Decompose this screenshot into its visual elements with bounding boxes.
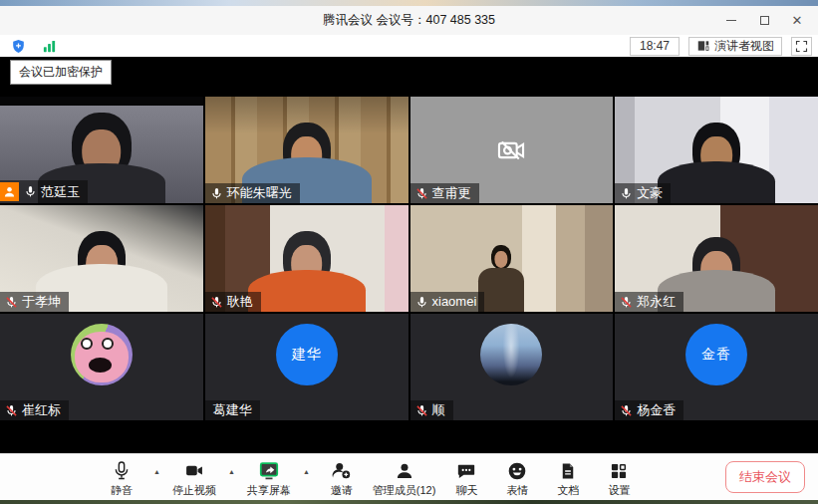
video-tile-cuihongbiao[interactable]: 崔红标 [0, 314, 203, 420]
participant-label: 于孝坤 [0, 292, 69, 312]
participant-name: 耿艳 [227, 294, 253, 310]
camera-off-icon [494, 133, 528, 167]
toolbar-right: 18:47 演讲者视图 [630, 37, 812, 56]
share-screen-icon [258, 460, 280, 481]
apps-grid-icon [609, 460, 629, 481]
participant-name: 查甫更 [432, 185, 471, 201]
mute-label: 静音 [111, 483, 133, 498]
emoji-label: 表情 [506, 483, 528, 498]
participant-label: 范廷玉 [0, 180, 88, 203]
participant-name: 范廷玉 [41, 184, 80, 200]
mic-muted-icon [415, 404, 428, 417]
participant-name: 环能朱曙光 [227, 185, 292, 201]
avatar-initials: 建华 [292, 346, 322, 364]
settings-button[interactable]: 设置 [599, 460, 639, 498]
bottom-toolbar: 静音 ▲ 停止视频 ▲ 共享屏幕 ▲ 邀请 管理成员(12) [0, 453, 818, 500]
manage-members-label: 管理成员(12) [373, 483, 436, 498]
participant-grid: 范廷玉 环能朱曙光 查甫更 [0, 97, 818, 420]
avatar-initials: 金香 [701, 346, 731, 364]
participant-name: xiaomei [432, 294, 477, 310]
invite-person-icon [331, 460, 352, 481]
emoji-button[interactable]: 表情 [497, 460, 537, 498]
participant-name: 崔红标 [22, 402, 61, 418]
meeting-window: 腾讯会议 会议号：407 485 335 ✕ 18:47 演讲者视图 会议已加密… [0, 0, 818, 504]
docs-button[interactable]: 文档 [548, 460, 588, 498]
participant-label: 顺 [410, 400, 453, 420]
mic-muted-icon [415, 187, 428, 200]
participant-name: 郑永红 [637, 294, 676, 310]
stop-video-button[interactable]: 停止视频 [172, 460, 216, 498]
maximize-button[interactable] [751, 10, 777, 32]
mic-on-icon [415, 296, 428, 309]
share-screen-label: 共享屏幕 [247, 483, 291, 498]
mic-muted-icon [620, 296, 633, 309]
microphone-icon [112, 460, 132, 481]
mic-on-icon [24, 185, 37, 198]
encryption-tooltip: 会议已加密保护 [10, 60, 112, 85]
desktop-wallpaper-strip-bottom [0, 500, 818, 504]
participant-label: xiaomei [410, 292, 485, 312]
encryption-shield-icon[interactable] [8, 38, 29, 55]
mic-muted-icon [210, 296, 223, 309]
document-icon [559, 460, 577, 481]
participant-label: 耿艳 [205, 292, 261, 312]
speaker-view-button[interactable]: 演讲者视图 [688, 37, 782, 56]
mute-options-arrow[interactable]: ▲ [152, 460, 161, 475]
cartoon-pig-avatar [71, 324, 133, 385]
manage-members-button[interactable]: 管理成员(12) [373, 460, 436, 498]
share-options-arrow[interactable]: ▲ [302, 460, 311, 475]
mic-on-icon [210, 187, 223, 200]
mute-button[interactable]: 静音 [102, 460, 141, 498]
chat-button[interactable]: 聊天 [446, 460, 486, 498]
video-tile-zhengyonghong[interactable]: 郑永红 [615, 205, 818, 312]
video-options-arrow[interactable]: ▲ [227, 460, 236, 475]
network-signal-icon[interactable] [39, 38, 60, 55]
close-button[interactable]: ✕ [784, 10, 810, 32]
chat-label: 聊天 [455, 483, 477, 498]
host-badge-icon [0, 182, 19, 201]
title-bar: 腾讯会议 会议号：407 485 335 ✕ [0, 6, 818, 35]
chat-bubble-icon [456, 460, 476, 481]
fullscreen-button[interactable] [791, 37, 812, 56]
participant-label: 崔红标 [0, 400, 69, 420]
settings-label: 设置 [608, 483, 630, 498]
participant-label: 查甫更 [410, 183, 479, 203]
participant-name: 文豪 [637, 185, 663, 201]
participant-name: 顺 [432, 402, 445, 418]
toolbar-buttons: 静音 ▲ 停止视频 ▲ 共享屏幕 ▲ 邀请 管理成员(12) [102, 460, 639, 498]
video-tile-shun[interactable]: 顺 [410, 314, 614, 420]
window-title: 腾讯会议 会议号：407 485 335 [323, 12, 495, 29]
members-icon [395, 460, 414, 481]
video-tile-zhafugeng[interactable]: 查甫更 [410, 97, 614, 203]
video-tile-fantingyu[interactable]: 范廷玉 [0, 97, 203, 203]
invite-label: 邀请 [331, 483, 353, 498]
video-tile-yangjinxiang[interactable]: 金香 杨金香 [615, 314, 818, 420]
video-tile-gejianhua[interactable]: 建华 葛建华 [205, 314, 409, 420]
video-tile-yuxiaokun[interactable]: 于孝坤 [0, 205, 203, 312]
share-screen-button[interactable]: 共享屏幕 [247, 460, 291, 498]
participant-name: 于孝坤 [22, 294, 61, 310]
video-tile-wenhao[interactable]: 文豪 [615, 97, 818, 203]
initials-avatar: 金香 [685, 324, 747, 385]
emoji-smiley-icon [507, 460, 527, 481]
video-tile-xiaomei[interactable]: xiaomei [410, 205, 614, 312]
night-sky-avatar [480, 324, 542, 385]
participant-label: 葛建华 [205, 400, 260, 420]
meeting-toolbar: 18:47 演讲者视图 [0, 35, 818, 57]
video-camera-icon [183, 460, 205, 481]
video-area: 会议已加密保护 范廷玉 环能朱曙光 [0, 57, 818, 453]
participant-name: 杨金香 [637, 402, 676, 418]
video-tile-zhushuguang[interactable]: 环能朱曙光 [205, 97, 409, 203]
mic-muted-icon [5, 296, 18, 309]
video-tile-gengyan[interactable]: 耿艳 [205, 205, 409, 312]
participant-name: 葛建华 [213, 402, 252, 418]
end-meeting-button[interactable]: 结束会议 [725, 461, 805, 493]
invite-button[interactable]: 邀请 [322, 460, 362, 498]
window-controls: ✕ [718, 6, 810, 35]
minimize-button[interactable] [718, 10, 744, 32]
participant-label: 郑永红 [615, 292, 683, 312]
layout-icon [696, 39, 710, 53]
mic-muted-icon [620, 404, 633, 417]
participant-label: 杨金香 [615, 400, 683, 420]
meeting-timer: 18:47 [630, 37, 680, 56]
